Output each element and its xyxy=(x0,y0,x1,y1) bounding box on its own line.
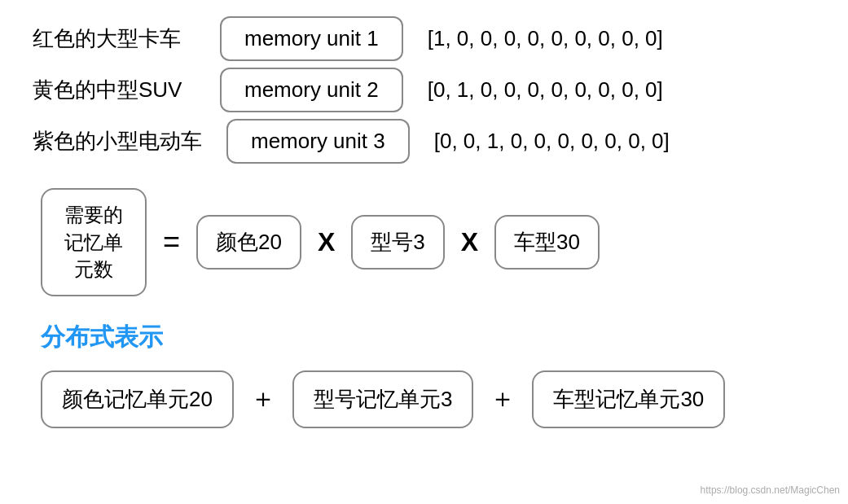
row-1: 红色的大型卡车 memory unit 1 [1, 0, 0, 0, 0, 0,… xyxy=(33,16,815,61)
memory-unit-3-box: memory unit 3 xyxy=(226,119,410,164)
label-1: 红色的大型卡车 xyxy=(33,24,196,53)
vector-2: [0, 1, 0, 0, 0, 0, 0, 0, 0, 0] xyxy=(428,77,663,103)
dist-box-2: 型号记忆单元3 xyxy=(292,370,473,428)
factor-box-2: 型号3 xyxy=(351,215,444,270)
watermark: https://blog.csdn.net/MagicChen xyxy=(701,484,840,496)
top-section: 红色的大型卡车 memory unit 1 [1, 0, 0, 0, 0, 0,… xyxy=(33,16,815,164)
bottom-section: 颜色记忆单元20 ＋ 型号记忆单元3 ＋ 车型记忆单元30 xyxy=(33,370,815,428)
vector-1: [1, 0, 0, 0, 0, 0, 0, 0, 0, 0] xyxy=(428,26,663,51)
equals-sign: = xyxy=(163,225,180,259)
multiply-sign-2: X xyxy=(461,227,478,257)
factor-box-1: 颜色20 xyxy=(196,215,301,270)
label-3: 紫色的小型电动车 xyxy=(33,127,202,156)
distributed-title: 分布式表示 xyxy=(33,321,815,354)
factor-box-3: 车型30 xyxy=(494,215,600,270)
memory-unit-1-box: memory unit 1 xyxy=(220,16,403,61)
memory-unit-2-box: memory unit 2 xyxy=(220,68,403,112)
plus-sign-2: ＋ xyxy=(490,381,516,417)
row-3: 紫色的小型电动车 memory unit 3 [0, 0, 1, 0, 0, 0… xyxy=(33,119,815,164)
multiply-sign-1: X xyxy=(318,227,335,257)
dist-box-3: 车型记忆单元30 xyxy=(532,370,725,428)
need-box: 需要的记忆单元数 xyxy=(41,188,147,296)
label-2: 黄色的中型SUV xyxy=(33,76,196,104)
dist-box-1: 颜色记忆单元20 xyxy=(41,370,234,428)
middle-section: 需要的记忆单元数 = 颜色20 X 型号3 X 车型30 xyxy=(33,188,815,296)
plus-sign-1: ＋ xyxy=(250,381,276,417)
vector-3: [0, 0, 1, 0, 0, 0, 0, 0, 0, 0] xyxy=(434,129,670,154)
row-2: 黄色的中型SUV memory unit 2 [0, 1, 0, 0, 0, 0… xyxy=(33,68,815,112)
